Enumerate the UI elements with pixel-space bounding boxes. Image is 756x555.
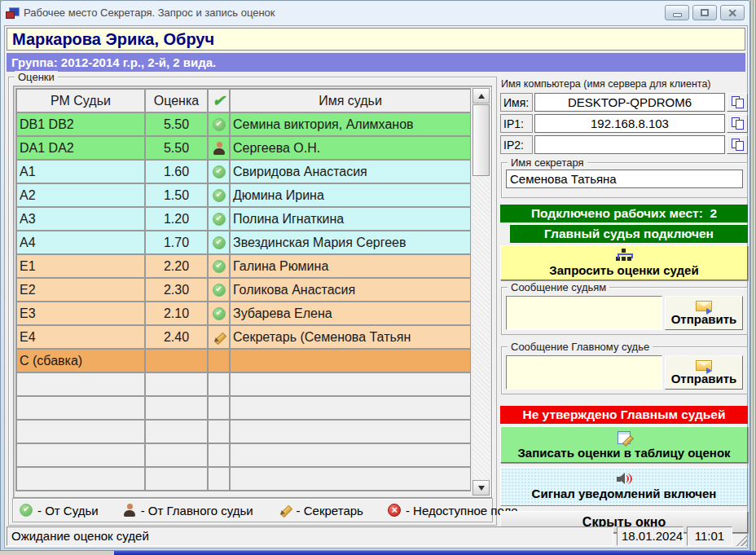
score-cell[interactable]: 1.20	[145, 207, 208, 231]
table-row[interactable]: DA1 DA25.50Сергеева О.Н.	[16, 136, 471, 160]
score-cell[interactable]	[145, 372, 208, 396]
secretary-name-field[interactable]: Семенова Татьяна	[506, 170, 743, 188]
judge-position-cell[interactable]	[16, 443, 145, 467]
scroll-up-button[interactable]	[472, 88, 490, 104]
source-icon-cell[interactable]	[208, 278, 230, 302]
table-row[interactable]: A41.70Звездинская Мария Сергеев	[16, 231, 471, 254]
source-icon-cell[interactable]	[208, 136, 230, 160]
judge-name-cell[interactable]: Полина Игнаткина	[230, 207, 471, 231]
source-icon-cell[interactable]	[208, 160, 230, 183]
judge-name-cell[interactable]: Дюмина Ирина	[230, 183, 471, 207]
send-judges-button[interactable]: Отправить	[665, 296, 743, 330]
table-row[interactable]	[16, 396, 471, 420]
judge-position-cell[interactable]	[16, 372, 145, 396]
judge-position-cell[interactable]: E3	[16, 302, 145, 325]
source-icon-cell[interactable]	[208, 325, 230, 349]
source-icon-cell[interactable]	[208, 420, 230, 443]
ip1-field[interactable]: 192.168.8.103	[534, 114, 725, 133]
message-judges-input[interactable]	[506, 296, 662, 330]
judge-name-cell[interactable]: Голикова Анастасия	[230, 278, 471, 302]
source-icon-cell[interactable]	[208, 443, 230, 467]
judge-position-cell[interactable]	[16, 396, 145, 420]
table-row[interactable]: DB1 DB25.50Семина виктория, Алимханов	[16, 112, 471, 136]
judge-position-cell[interactable]: DB1 DB2	[16, 112, 145, 136]
message-head-judge-input[interactable]	[506, 355, 662, 390]
judge-name-cell[interactable]	[230, 372, 471, 396]
judge-name-cell[interactable]: Сергеева О.Н.	[230, 136, 471, 160]
score-cell[interactable]: 2.20	[145, 254, 208, 278]
copy-ip2-button[interactable]	[727, 135, 748, 154]
judge-name-cell[interactable]: Семина виктория, Алимханов	[230, 112, 471, 136]
table-row[interactable]: E22.30Голикова Анастасия	[16, 278, 471, 302]
score-cell[interactable]: 1.50	[145, 183, 208, 207]
judge-position-cell[interactable]	[16, 467, 145, 491]
resize-grip[interactable]	[736, 535, 747, 546]
judge-position-cell[interactable]: C (сбавка)	[16, 349, 145, 372]
score-cell[interactable]: 2.10	[145, 302, 208, 325]
judge-position-cell[interactable]: A1	[16, 160, 145, 183]
judge-name-cell[interactable]	[230, 443, 471, 467]
table-row[interactable]: A21.50Дюмина Ирина	[16, 183, 471, 207]
write-scores-button[interactable]: Записать оценки в таблицу оценок	[500, 426, 748, 463]
source-icon-cell[interactable]	[208, 372, 230, 396]
judge-name-cell[interactable]: Звездинская Мария Сергеев	[230, 231, 471, 254]
source-icon-cell[interactable]	[208, 302, 230, 325]
table-row[interactable]	[16, 443, 471, 467]
judge-name-cell[interactable]: Свиридова Анастасия	[230, 160, 471, 183]
table-row[interactable]: E42.40Секретарь (Семенова Татьян	[16, 325, 471, 349]
table-row[interactable]	[16, 420, 471, 443]
judge-position-cell[interactable]: A3	[16, 207, 145, 231]
table-row[interactable]: E12.20Галина Рюмина	[16, 254, 471, 278]
request-scores-button[interactable]: Запросить оценки судей	[500, 245, 748, 280]
judge-position-cell[interactable]: E2	[16, 278, 145, 302]
copy-name-button[interactable]	[727, 93, 748, 112]
ip2-field[interactable]	[534, 135, 725, 154]
scrollbar-thumb[interactable]	[472, 104, 490, 176]
table-row[interactable]	[16, 467, 471, 491]
send-head-judge-button[interactable]: Отправить	[665, 355, 743, 390]
judge-name-cell[interactable]	[230, 420, 471, 443]
judge-position-cell[interactable]: A2	[16, 183, 145, 207]
score-cell[interactable]	[145, 467, 208, 491]
source-icon-cell[interactable]	[208, 467, 230, 491]
source-icon-cell[interactable]	[208, 207, 230, 231]
judge-name-cell[interactable]: Зубарева Елена	[230, 302, 471, 325]
copy-ip1-button[interactable]	[727, 114, 748, 133]
source-icon-cell[interactable]	[208, 254, 230, 278]
minimize-button[interactable]	[665, 5, 689, 20]
judge-position-cell[interactable]: E4	[16, 325, 145, 349]
judge-position-cell[interactable]: A4	[16, 231, 145, 254]
score-cell[interactable]	[145, 396, 208, 420]
judge-position-cell[interactable]	[16, 420, 145, 443]
judge-name-cell[interactable]: Секретарь (Семенова Татьян	[230, 325, 471, 349]
score-cell[interactable]: 2.30	[145, 278, 208, 302]
score-cell[interactable]	[145, 420, 208, 443]
source-icon-cell[interactable]	[208, 231, 230, 254]
table-row[interactable]: E32.10Зубарева Елена	[16, 302, 471, 325]
score-cell[interactable]	[145, 443, 208, 467]
score-cell[interactable]: 1.60	[145, 160, 208, 183]
source-icon-cell[interactable]	[208, 112, 230, 136]
judge-position-cell[interactable]: DA1 DA2	[16, 136, 145, 160]
close-button[interactable]: ✕	[720, 5, 745, 20]
source-icon-cell[interactable]	[208, 183, 230, 207]
judge-name-cell[interactable]	[230, 467, 471, 491]
computer-name-field[interactable]: DESKTOP-QPDROM6	[534, 93, 725, 112]
score-cell[interactable]: 1.70	[145, 231, 208, 254]
score-cell[interactable]	[145, 349, 208, 372]
scrollbar-track[interactable]	[472, 104, 490, 480]
titlebar[interactable]: Рабочее место Секретаря. Запрос и запись…	[1, 1, 749, 24]
table-row[interactable]: A11.60Свиридова Анастасия	[16, 160, 471, 183]
score-cell[interactable]: 5.50	[145, 112, 208, 136]
source-icon-cell[interactable]	[208, 349, 230, 372]
table-row[interactable]	[16, 372, 471, 396]
judge-name-cell[interactable]	[230, 349, 471, 372]
judge-name-cell[interactable]: Галина Рюмина	[230, 254, 471, 278]
judge-name-cell[interactable]	[230, 396, 471, 420]
judge-position-cell[interactable]: E1	[16, 254, 145, 278]
table-row[interactable]: C (сбавка)	[16, 349, 471, 372]
scroll-down-button[interactable]	[472, 480, 490, 496]
source-icon-cell[interactable]	[208, 396, 230, 420]
notification-signal-panel[interactable]: Сигнал уведомлений включен	[500, 467, 748, 506]
vertical-scrollbar[interactable]	[472, 88, 490, 496]
